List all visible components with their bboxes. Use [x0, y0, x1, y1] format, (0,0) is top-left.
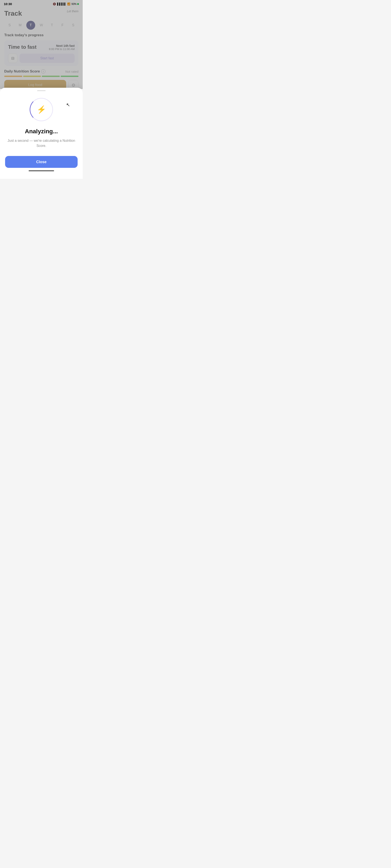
- close-button[interactable]: Close: [5, 156, 78, 168]
- bottom-sheet: ⚡ Analyzing... Just a second — we're cal…: [0, 88, 83, 179]
- close-button-label: Close: [36, 160, 47, 164]
- loading-spinner: ⚡: [30, 98, 53, 121]
- home-indicator: [29, 170, 54, 171]
- analyzing-title: Analyzing...: [5, 128, 78, 135]
- spinner-container: ⚡: [5, 98, 78, 121]
- bolt-icon: ⚡: [37, 105, 46, 114]
- overlay-dim: [0, 0, 83, 89]
- sheet-handle: [37, 90, 46, 91]
- analyzing-description: Just a second — we're calculating a Nutr…: [5, 138, 78, 148]
